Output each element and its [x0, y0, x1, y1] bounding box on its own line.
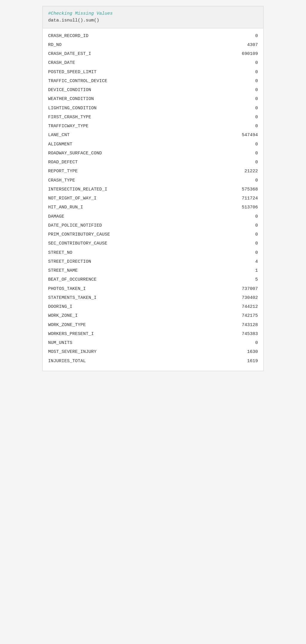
row-label: INJURIES_TOTAL [48, 358, 86, 365]
table-row: PRIM_CONTRIBUTORY_CAUSE0 [48, 230, 258, 239]
table-row: MOST_SEVERE_INJURY1630 [48, 348, 258, 356]
code-comment: #Checking Missing Values [48, 10, 258, 17]
row-label: REPORT_TYPE [48, 168, 78, 175]
output-block: CRASH_RECORD_ID0RD_NO4307CRASH_DATE_EST_… [43, 28, 263, 371]
row-label: STREET_NAME [48, 267, 78, 274]
row-label: STREET_NO [48, 249, 72, 256]
table-row: DATE_POLICE_NOTIFIED0 [48, 221, 258, 230]
table-row: STATEMENTS_TAKEN_I730402 [48, 293, 258, 302]
row-label: BEAT_OF_OCCURRENCE [48, 276, 97, 283]
row-value: 0 [234, 59, 258, 66]
row-value: 737007 [234, 285, 258, 292]
row-label: CRASH_DATE [48, 59, 75, 66]
row-label: LIGHTING_CONDITION [48, 105, 97, 112]
row-label: MOST_SEVERE_INJURY [48, 348, 97, 355]
row-label: CRASH_DATE_EST_I [48, 50, 91, 57]
row-label: HIT_AND_RUN_I [48, 204, 83, 211]
row-label: DOORING_I [48, 303, 72, 310]
table-row: POSTED_SPEED_LIMIT0 [48, 67, 258, 76]
row-value: 744212 [234, 303, 258, 310]
row-value: 0 [234, 231, 258, 238]
row-value: 21222 [234, 168, 258, 175]
row-value: 690109 [234, 50, 258, 57]
row-label: LANE_CNT [48, 132, 70, 139]
row-value: 730402 [234, 294, 258, 301]
table-row: DOORING_I744212 [48, 302, 258, 311]
row-label: NUM_UNITS [48, 339, 72, 346]
row-label: WORK_ZONE_TYPE [48, 322, 86, 328]
table-row: STREET_DIRECTION4 [48, 257, 258, 266]
table-row: RD_NO4307 [48, 40, 258, 49]
table-row: INTERSECTION_RELATED_I575368 [48, 185, 258, 194]
row-value: 742175 [234, 312, 258, 319]
row-label: TRAFFICWAY_TYPE [48, 123, 88, 130]
row-label: WORK_ZONE_I [48, 312, 78, 319]
row-value: 4 [234, 258, 258, 265]
table-row: CRASH_DATE_EST_I690109 [48, 50, 258, 59]
table-row: DEVICE_CONDITION0 [48, 86, 258, 95]
table-row: WORK_ZONE_TYPE743128 [48, 320, 258, 329]
table-row: REPORT_TYPE21222 [48, 167, 258, 176]
row-value: 0 [234, 123, 258, 130]
row-value: 743128 [234, 322, 258, 328]
table-row: HIT_AND_RUN_I513706 [48, 203, 258, 212]
row-value: 4307 [234, 42, 258, 48]
row-label: STATEMENTS_TAKEN_I [48, 294, 97, 301]
row-label: PRIM_CONTRIBUTORY_CAUSE [48, 231, 110, 238]
row-value: 0 [234, 339, 258, 346]
row-value: 745383 [234, 331, 258, 337]
table-row: CRASH_TYPE0 [48, 176, 258, 185]
table-row: FIRST_CRASH_TYPE0 [48, 113, 258, 122]
row-value: 0 [234, 240, 258, 247]
row-label: FIRST_CRASH_TYPE [48, 114, 91, 121]
table-row: ROAD_DEFECT0 [48, 158, 258, 167]
row-value: 513706 [234, 204, 258, 211]
row-value: 575368 [234, 186, 258, 193]
table-row: INJURIES_TOTAL1619 [48, 356, 258, 365]
row-label: POSTED_SPEED_LIMIT [48, 69, 97, 76]
code-statement: data.isnull().sum() [48, 17, 258, 24]
table-row: NUM_UNITS0 [48, 339, 258, 348]
row-label: STREET_DIRECTION [48, 258, 91, 265]
table-row: DAMAGE0 [48, 212, 258, 221]
row-label: RD_NO [48, 42, 62, 48]
row-value: 711724 [234, 195, 258, 202]
row-value: 0 [234, 213, 258, 220]
table-row: TRAFFICWAY_TYPE0 [48, 122, 258, 131]
table-row: LIGHTING_CONDITION0 [48, 104, 258, 113]
row-label: CRASH_TYPE [48, 177, 75, 184]
row-value: 0 [234, 69, 258, 76]
table-row: STREET_NO0 [48, 248, 258, 257]
row-value: 547494 [234, 132, 258, 139]
row-label: INTERSECTION_RELATED_I [48, 186, 107, 193]
row-label: TRAFFIC_CONTROL_DEVICE [48, 78, 107, 84]
row-label: DATE_POLICE_NOTIFIED [48, 222, 102, 229]
table-row: ALIGNMENT0 [48, 140, 258, 149]
table-row: SEC_CONTRIBUTORY_CAUSE0 [48, 239, 258, 248]
row-value: 0 [234, 114, 258, 121]
notebook-cell: #Checking Missing Values data.isnull().s… [42, 6, 264, 371]
row-value: 0 [234, 159, 258, 166]
row-value: 0 [234, 33, 258, 39]
row-label: NOT_RIGHT_OF_WAY_I [48, 195, 97, 202]
code-block: #Checking Missing Values data.isnull().s… [43, 6, 263, 28]
row-value: 1 [234, 267, 258, 274]
table-row: WEATHER_CONDITION0 [48, 95, 258, 104]
row-value: 0 [234, 96, 258, 102]
row-label: DAMAGE [48, 213, 64, 220]
row-value: 0 [234, 177, 258, 184]
table-row: STREET_NAME1 [48, 266, 258, 275]
row-label: SEC_CONTRIBUTORY_CAUSE [48, 240, 107, 247]
row-label: ROAD_DEFECT [48, 159, 78, 166]
row-label: WORKERS_PRESENT_I [48, 331, 94, 337]
table-row: NOT_RIGHT_OF_WAY_I711724 [48, 194, 258, 203]
table-row: WORKERS_PRESENT_I745383 [48, 329, 258, 338]
row-label: DEVICE_CONDITION [48, 87, 91, 93]
row-label: PHOTOS_TAKEN_I [48, 285, 86, 292]
row-value: 5 [234, 276, 258, 283]
row-label: WEATHER_CONDITION [48, 96, 94, 102]
row-value: 1619 [234, 358, 258, 365]
row-value: 0 [234, 150, 258, 157]
table-row: BEAT_OF_OCCURRENCE5 [48, 275, 258, 284]
table-row: LANE_CNT547494 [48, 131, 258, 140]
